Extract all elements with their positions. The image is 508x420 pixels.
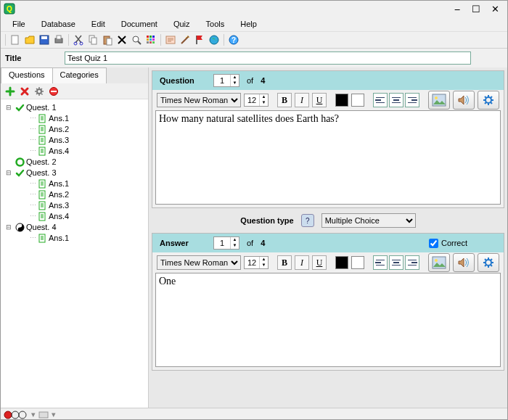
insert-image-button[interactable] <box>428 253 450 272</box>
tree-row[interactable]: ⋯ Ans.1 <box>2 178 147 189</box>
question-settings-button[interactable] <box>478 91 499 110</box>
check-green-icon <box>15 168 25 178</box>
question-number-up[interactable]: ▲ <box>230 75 239 81</box>
italic-button[interactable]: I <box>295 93 309 107</box>
question-number-down[interactable]: ▼ <box>230 81 239 86</box>
menu-help[interactable]: Help <box>233 18 264 30</box>
tree-row[interactable]: ⋯ Ans.3 <box>2 200 147 211</box>
tree-row[interactable]: ⋯ Ans.1 <box>2 233 147 244</box>
tree-row[interactable]: ⊟ Quest. 3 <box>2 168 147 178</box>
help-icon[interactable]: ? <box>227 33 240 46</box>
tree-item-label: Quest. 2 <box>26 157 57 168</box>
align-center-button[interactable] <box>389 255 403 270</box>
gear-icon[interactable] <box>34 86 44 96</box>
question-size-input[interactable] <box>245 96 259 104</box>
menu-tools[interactable]: Tools <box>199 18 232 30</box>
close-button[interactable]: ✕ <box>486 2 504 15</box>
insert-sound-button[interactable] <box>453 253 475 272</box>
tab-categories[interactable]: Categories <box>52 67 107 83</box>
flag-icon[interactable] <box>193 33 206 46</box>
bg-color-swatch[interactable] <box>351 94 364 107</box>
menu-quiz[interactable]: Quiz <box>166 18 197 30</box>
circle-green-icon <box>15 157 25 167</box>
minimize-button[interactable]: ‒ <box>448 2 467 15</box>
svg-text:Q: Q <box>7 5 12 13</box>
tree-row[interactable]: ⋯ Ans.1 <box>2 113 147 124</box>
tree-row[interactable]: ⋯ Ans.4 <box>2 211 147 222</box>
question-editor[interactable]: How many natural satellites does Earth h… <box>155 110 501 205</box>
bold-button[interactable]: B <box>277 255 292 270</box>
maximize-button[interactable]: ☐ <box>467 2 486 15</box>
align-left-button[interactable] <box>373 93 388 107</box>
text-color-swatch[interactable] <box>335 94 348 107</box>
question-tree[interactable]: ⊟ Quest. 1⋯ Ans.1⋯ Ans.2⋯ Ans.3⋯ Ans.4 Q… <box>1 99 148 408</box>
print-icon[interactable] <box>52 33 65 46</box>
cut-icon[interactable] <box>72 33 85 46</box>
bold-button[interactable]: B <box>277 93 292 107</box>
align-right-button[interactable] <box>405 255 419 270</box>
answer-number-down[interactable]: ▼ <box>230 243 239 249</box>
insert-image-button[interactable] <box>428 91 450 110</box>
delete-icon[interactable] <box>115 33 128 46</box>
save-icon[interactable] <box>38 33 51 46</box>
copy-icon[interactable] <box>86 33 99 46</box>
search-icon[interactable] <box>130 33 143 46</box>
tree-row[interactable]: ⊟ Quest. 1 <box>2 102 147 113</box>
answer-number-box[interactable]: ▲▼ <box>213 236 239 250</box>
tree-item-label: Ans.2 <box>49 124 69 135</box>
title-input[interactable] <box>65 52 471 65</box>
question-size-box[interactable]: ▲▼ <box>244 94 269 107</box>
grid-icon[interactable] <box>144 33 157 46</box>
remove-icon[interactable] <box>20 86 30 96</box>
status-bar: ▾ ▾ <box>1 408 507 420</box>
question-number-input[interactable] <box>214 76 230 85</box>
open-icon[interactable] <box>23 33 36 46</box>
correct-checkbox[interactable] <box>429 239 438 248</box>
tree-item-label: Quest. 4 <box>26 222 57 233</box>
paste-icon[interactable] <box>101 33 114 46</box>
answer-size-box[interactable]: ▲▼ <box>244 256 269 269</box>
answer-format-toolbar: Times New Roman ▲▼ B I U <box>152 252 504 273</box>
correct-checkbox-wrap[interactable]: Correct <box>429 239 467 248</box>
answer-editor[interactable]: One <box>155 273 501 367</box>
underline-button[interactable]: U <box>312 93 327 107</box>
tree-row[interactable]: ⋯ Ans.2 <box>2 124 147 135</box>
menubar: File Database Edit Document Quiz Tools H… <box>1 17 507 31</box>
question-type-help-icon[interactable]: ? <box>301 214 314 227</box>
italic-button[interactable]: I <box>295 255 309 270</box>
text-color-swatch[interactable] <box>335 256 348 269</box>
tab-questions[interactable]: Questions <box>1 67 53 83</box>
insert-sound-button[interactable] <box>453 91 475 110</box>
tree-row[interactable]: ⋯ Ans.4 <box>2 146 147 157</box>
align-right-button[interactable] <box>405 93 419 107</box>
align-left-button[interactable] <box>373 255 388 270</box>
forbidden-icon[interactable] <box>49 86 59 96</box>
tree-row[interactable]: ⋯ Ans.2 <box>2 189 147 200</box>
menu-database[interactable]: Database <box>34 18 83 30</box>
underline-button[interactable]: U <box>312 255 327 270</box>
menu-document[interactable]: Document <box>114 18 165 30</box>
question-type-select[interactable]: Multiple Choice <box>321 213 416 228</box>
add-icon[interactable] <box>5 86 15 96</box>
tree-row[interactable]: ⋯ Ans.3 <box>2 135 147 146</box>
question-number-box[interactable]: ▲▼ <box>213 74 239 87</box>
tree-row[interactable]: ⊟ Quest. 4 <box>2 222 147 233</box>
svg-rect-16 <box>152 36 155 38</box>
answer-settings-button[interactable] <box>478 253 499 272</box>
answer-number-up[interactable]: ▲ <box>230 237 239 243</box>
new-icon[interactable] <box>9 33 22 46</box>
menu-edit[interactable]: Edit <box>84 18 112 30</box>
align-center-button[interactable] <box>389 93 403 107</box>
menu-file[interactable]: File <box>5 18 33 30</box>
answer-number-input[interactable] <box>214 239 230 247</box>
wand-icon[interactable] <box>179 33 192 46</box>
page-icon <box>38 136 47 145</box>
answer-font-select[interactable]: Times New Roman <box>157 255 241 270</box>
bg-color-swatch[interactable] <box>351 256 364 269</box>
tree-row[interactable]: Quest. 2 <box>2 157 147 168</box>
preview-icon[interactable] <box>164 33 177 46</box>
question-font-select[interactable]: Times New Roman <box>157 93 241 107</box>
question-of-label: of <box>247 76 253 85</box>
globe-icon[interactable] <box>208 33 221 46</box>
answer-size-input[interactable] <box>245 258 259 267</box>
